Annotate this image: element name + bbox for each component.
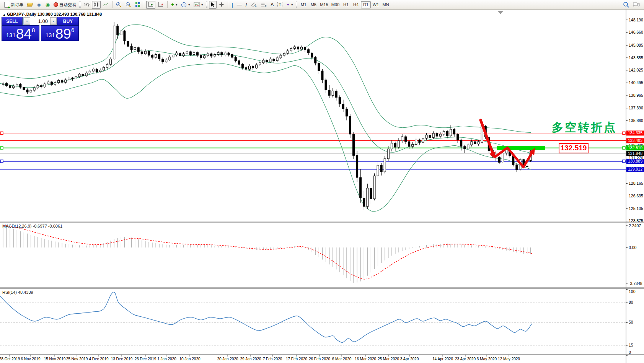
text-button[interactable]: A (269, 1, 275, 9)
line-chart-button[interactable] (101, 1, 110, 9)
templates-button[interactable]: ▾ (192, 1, 204, 9)
application-window: 新订单 ☻ ◉ 自动交易 (0, 0, 644, 363)
line-anchor-handle[interactable] (623, 147, 625, 149)
horizontal-line-button[interactable]: — (235, 1, 243, 9)
auto-scroll-button[interactable] (146, 1, 155, 9)
date-tick-label: 14 Apr 2020 (432, 357, 453, 361)
candle (429, 135, 431, 137)
arrows-icon: ✦ (286, 2, 290, 7)
buy-price-main: 89 (55, 28, 71, 40)
candle (193, 52, 195, 54)
autotrade-icon (54, 2, 58, 7)
line-anchor-handle[interactable] (0, 160, 3, 163)
zoom-in-button[interactable] (114, 1, 123, 9)
candle (474, 142, 476, 144)
candle (325, 80, 327, 90)
tab-timeframe-D1[interactable]: D1 (361, 1, 371, 8)
price-badge-label: 131.848 (628, 151, 642, 156)
candle (217, 52, 219, 54)
tab-timeframe-W1[interactable]: W1 (371, 1, 381, 8)
collapse-triangle-icon[interactable]: ▲ (3, 13, 6, 16)
svg-text:E: E (255, 5, 257, 7)
candle (92, 69, 94, 71)
date-tick-label: 13 Dec 2019 (111, 357, 133, 361)
date-tick-label: 23 Dec 2019 (135, 357, 157, 361)
channel-button[interactable]: E (249, 1, 258, 9)
profile-icon: ☻ (36, 2, 42, 8)
buy-button[interactable]: BUY (57, 17, 79, 25)
date-tick-label: 28 Oct 2019 (0, 357, 20, 361)
zoom-out-button[interactable] (124, 1, 133, 9)
date-tick-label: 25 Nov 2019 (66, 357, 88, 361)
search-icon[interactable] (623, 2, 629, 8)
chart-shift-button[interactable] (156, 1, 165, 9)
bars-chart-button[interactable] (82, 1, 91, 9)
tile-windows-button[interactable] (134, 1, 142, 9)
candle (280, 55, 282, 58)
candle (342, 104, 344, 109)
candle (315, 57, 316, 63)
trendline-button[interactable]: / (244, 1, 249, 9)
crosshair-button[interactable] (217, 1, 226, 9)
tile-windows-icon (135, 2, 140, 7)
volume-stepper: ▼ 1.00 ▲ (23, 17, 57, 25)
fibonacci-button[interactable]: F (259, 1, 268, 9)
candle (120, 31, 122, 35)
crosshair-icon (219, 2, 224, 7)
chart-canvas[interactable]: 多空转折点132.519148.190146.660145.085143.555… (0, 0, 644, 363)
price-tick-label: 138.965 (629, 93, 643, 98)
volume-value[interactable]: 1.00 (30, 17, 50, 25)
sell-button[interactable]: SELL (2, 17, 23, 25)
line-anchor-handle[interactable] (623, 160, 625, 163)
volume-down-button[interactable]: ▼ (24, 17, 30, 25)
tab-timeframe-MN[interactable]: MN (381, 1, 391, 8)
buy-price-display[interactable]: 131 89 6 (41, 25, 79, 41)
candles-chart-button[interactable] (92, 1, 101, 9)
periods-button[interactable]: ▾ (179, 1, 191, 9)
line-anchor-handle[interactable] (623, 132, 625, 134)
candle (443, 131, 445, 134)
vertical-line-button[interactable]: | (230, 1, 234, 9)
tab-timeframe-H1[interactable]: H1 (341, 1, 351, 8)
tab-timeframe-M5[interactable]: M5 (308, 1, 318, 8)
quotes-button[interactable] (26, 1, 34, 9)
macd-tick-label: 0.00 (629, 245, 637, 250)
line-anchor-handle[interactable] (0, 132, 3, 134)
tab-timeframe-M1[interactable]: M1 (298, 1, 308, 8)
line-anchor-handle[interactable] (0, 147, 3, 149)
toolbar-separator (112, 1, 112, 8)
candle (137, 47, 139, 52)
candle (44, 84, 46, 87)
date-tick-label: 7 Feb 2020 (263, 357, 282, 361)
volume-up-button[interactable]: ▲ (50, 17, 57, 25)
candle (221, 52, 223, 55)
cursor-button[interactable] (209, 1, 217, 9)
autotrade-button[interactable]: 自动交易 (52, 1, 78, 9)
candle (283, 53, 285, 55)
tab-timeframe-M15[interactable]: M15 (318, 1, 329, 8)
tab-timeframe-H4[interactable]: H4 (351, 1, 361, 8)
candle (384, 159, 386, 172)
candle (37, 86, 39, 88)
horizontal-line-icon: — (237, 2, 242, 8)
candle (422, 138, 424, 143)
new-order-button[interactable]: 新订单 (2, 1, 25, 9)
candle (426, 135, 427, 138)
candle (256, 65, 258, 68)
zoom-out-icon (126, 2, 131, 8)
turning-point-annotation[interactable]: 多空转折点 (552, 121, 617, 133)
chat-icon[interactable] (633, 2, 640, 8)
arrows-button[interactable]: ✦▾ (285, 1, 294, 9)
indicators-button[interactable]: +▾ (170, 1, 179, 9)
candle (391, 143, 393, 149)
text-label-button[interactable]: T (276, 1, 284, 9)
candle (516, 165, 518, 170)
candle (335, 91, 337, 98)
profile-button[interactable]: ☻ (35, 1, 43, 9)
signals-button[interactable]: ◉ (44, 1, 51, 9)
candle (276, 58, 278, 60)
candle (183, 54, 184, 55)
tab-timeframe-M30[interactable]: M30 (330, 1, 341, 8)
sell-price-display[interactable]: 131 84 8 (2, 25, 39, 41)
candle (51, 82, 52, 85)
